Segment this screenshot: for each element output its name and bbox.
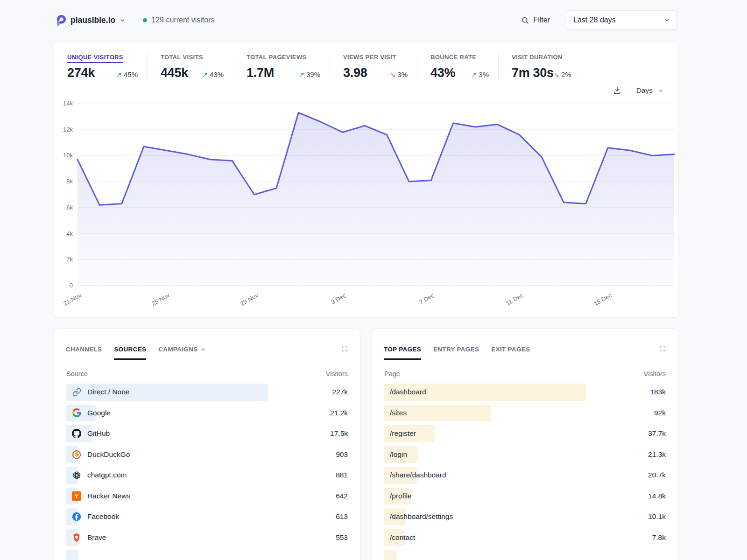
stat-label: VISIT DURATION xyxy=(512,54,571,61)
stat-value-row: 43%↗3% xyxy=(430,66,489,80)
row-content: /share/dashboard xyxy=(384,471,446,479)
x-axis-tick-label: 3 Dec xyxy=(330,292,347,306)
stat-delta-value: 3% xyxy=(479,70,489,78)
table-row[interactable]: /login21.3k xyxy=(384,444,666,465)
tab-top-pages[interactable]: TOP PAGES xyxy=(384,343,421,360)
y-axis-tick-label: 2k xyxy=(55,256,73,263)
live-dot-icon xyxy=(143,18,147,22)
y-axis-tick-label: 10k xyxy=(55,152,73,159)
pages-panel: TOP PAGESENTRY PAGESEXIT PAGESPageVisito… xyxy=(372,329,678,560)
tab-label: CAMPAIGNS xyxy=(158,346,197,353)
chevron-down-icon xyxy=(658,88,664,94)
tab-channels[interactable]: CHANNELS xyxy=(66,343,102,360)
tab-exit-pages[interactable]: EXIT PAGES xyxy=(491,343,530,360)
filter-button[interactable]: Filter xyxy=(521,16,550,24)
stat-label: UNIQUE VISITORS xyxy=(67,54,138,61)
table-row[interactable]: /contact7.8k xyxy=(384,527,666,548)
row-content: Facebook xyxy=(66,512,119,521)
stat-value-row: 274k↗45% xyxy=(67,66,138,80)
table-row[interactable]: Facebook613 xyxy=(66,506,348,527)
row-value: 613 xyxy=(336,512,348,521)
row-label: Google xyxy=(87,409,111,417)
dashboard-page: plausible.io 129 current visitors Filter… xyxy=(54,0,678,560)
column-header-right: Visitors xyxy=(644,370,666,378)
table-row-partial xyxy=(66,548,348,557)
row-content: Direct / None xyxy=(66,388,129,397)
facebook-icon xyxy=(72,512,81,521)
tab-label: ENTRY PAGES xyxy=(433,346,479,353)
row-value: 642 xyxy=(336,492,348,500)
row-content: /login xyxy=(384,450,407,459)
chart-interval-control[interactable]: Days xyxy=(613,86,664,95)
table-row[interactable]: /profile14.8k xyxy=(384,486,666,507)
stat-label: TOTAL PAGEVIEWS xyxy=(247,54,320,61)
stat-unique-visitors[interactable]: UNIQUE VISITORS274k↗45% xyxy=(67,54,147,80)
site-switcher-chevron-icon[interactable] xyxy=(120,17,126,23)
expand-icon[interactable] xyxy=(659,343,666,354)
row-value: 553 xyxy=(336,533,348,542)
x-axis-tick-label: 15 Dec xyxy=(592,292,613,307)
visitors-area-chart[interactable]: 02k4k6k8k10k12k14k21 Nov25 Nov29 Nov3 De… xyxy=(78,104,674,286)
stat-value-row: 1.7M↗39% xyxy=(247,66,320,80)
column-header-left: Source xyxy=(66,370,88,378)
stat-value: 445k xyxy=(161,66,188,80)
stat-value: 1.7M xyxy=(247,66,274,80)
brave-icon xyxy=(72,533,81,542)
row-value: 227k xyxy=(332,388,348,396)
table-row[interactable]: YHacker News642 xyxy=(66,486,348,507)
hackernews-icon: Y xyxy=(72,491,81,501)
expand-icon[interactable] xyxy=(341,343,348,354)
table-row[interactable]: /share/dashboard20.7k xyxy=(384,465,666,486)
stat-delta: ↗3% xyxy=(471,70,489,78)
google-icon xyxy=(72,408,81,417)
chart-svg[interactable] xyxy=(78,104,674,286)
tab-label: CHANNELS xyxy=(66,346,102,353)
tab-entry-pages[interactable]: ENTRY PAGES xyxy=(433,343,479,360)
stat-visit-duration[interactable]: VISIT DURATION7m 30s↘2% xyxy=(498,54,581,80)
column-headers: PageVisitors xyxy=(384,370,666,378)
stat-delta: ↗39% xyxy=(299,70,320,78)
column-header-right: Visitors xyxy=(326,370,348,378)
row-label: /dashboard xyxy=(390,388,426,396)
filter-label: Filter xyxy=(533,16,550,24)
x-axis-tick-label: 29 Nov xyxy=(239,292,259,307)
table-row[interactable]: DuckDuckGo903 xyxy=(66,444,348,465)
row-value: 21.3k xyxy=(648,450,666,459)
chevron-down-icon xyxy=(663,17,670,23)
sources-panel: CHANNELSSOURCESCAMPAIGNSSourceVisitorsDi… xyxy=(54,329,360,560)
download-icon[interactable] xyxy=(613,86,621,95)
table-row[interactable]: chatgpt.com881 xyxy=(66,465,348,486)
table-row[interactable]: /register37.7k xyxy=(384,423,666,444)
table-row[interactable]: /dashboard183k xyxy=(384,382,666,403)
row-value: 183k xyxy=(650,388,666,396)
stat-views-per-visit[interactable]: VIEWS PER VISIT3.98↘3% xyxy=(330,54,417,80)
stat-total-visits[interactable]: TOTAL VISITS445k↗43% xyxy=(147,54,233,80)
date-range-picker[interactable]: Last 28 days xyxy=(566,10,677,30)
interval-label: Days xyxy=(636,86,653,95)
site-name[interactable]: plausible.io xyxy=(70,15,115,25)
table-row[interactable]: /sites92k xyxy=(384,403,666,424)
x-axis-tick-label: 21 Nov xyxy=(62,292,82,307)
tab-sources[interactable]: SOURCES xyxy=(114,343,146,360)
stat-delta: ↗45% xyxy=(116,70,138,78)
table-row[interactable]: Google21.2k xyxy=(66,403,348,424)
plausible-logo-icon xyxy=(55,14,66,26)
stat-delta-value: 3% xyxy=(397,70,408,78)
stat-total-pageviews[interactable]: TOTAL PAGEVIEWS1.7M↗39% xyxy=(233,54,330,80)
stat-delta: ↗43% xyxy=(202,70,224,78)
current-visitors[interactable]: 129 current visitors xyxy=(143,16,214,24)
current-visitors-label: 129 current visitors xyxy=(151,16,214,24)
table-row[interactable]: Brave553 xyxy=(66,527,348,548)
row-content: DuckDuckGo xyxy=(66,450,130,459)
stat-value-row: 3.98↘3% xyxy=(343,66,408,80)
table-row[interactable]: /dashboard/settings10.1k xyxy=(384,506,666,527)
stats-row: UNIQUE VISITORS274k↗45%TOTAL VISITS445k↗… xyxy=(67,54,678,80)
date-range-label: Last 28 days xyxy=(573,16,663,24)
stat-bounce-rate[interactable]: BOUNCE RATE43%↗3% xyxy=(417,54,498,80)
tab-campaigns[interactable]: CAMPAIGNS xyxy=(158,343,206,360)
x-axis-tick-label: 7 Dec xyxy=(418,292,436,306)
table-row[interactable]: GitHub17.5k xyxy=(66,423,348,444)
y-axis-tick-label: 0 xyxy=(55,282,73,289)
row-value: 881 xyxy=(336,471,348,479)
table-row[interactable]: Direct / None227k xyxy=(66,382,348,403)
